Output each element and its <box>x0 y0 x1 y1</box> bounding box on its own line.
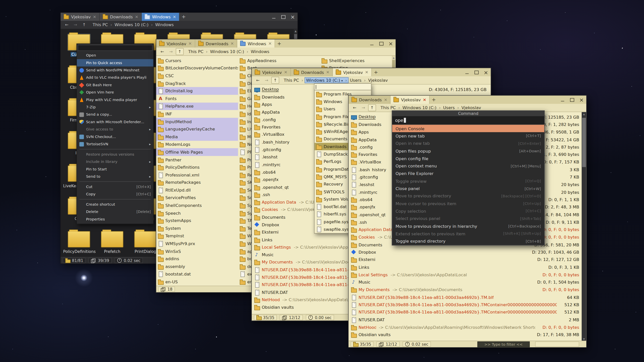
tab-close-icon[interactable] <box>423 98 426 102</box>
file-row[interactable]: Eksterni D: 12, F: 127, 12 GB <box>349 256 582 263</box>
tab-close-icon[interactable] <box>326 70 330 74</box>
minimize-button[interactable] <box>462 68 472 76</box>
context-menu-item[interactable]: Play with VLC media player <box>77 96 153 103</box>
file-row[interactable]: RemotePackages <box>156 179 238 186</box>
new-tab-button[interactable] <box>430 96 438 104</box>
tab-close-icon[interactable] <box>230 41 234 46</box>
command-item[interactable]: Move to previous directory in hierarchy … <box>392 222 544 230</box>
command-item[interactable]: Open in new tab [Ctrl+Enter] <box>392 140 544 147</box>
context-menu-item[interactable]: Add to VLC media player's Playlist <box>77 74 153 81</box>
new-tab-button[interactable] <box>275 39 284 48</box>
minimize-button[interactable] <box>367 39 376 48</box>
file-row[interactable]: NTUSER.DAT 2 MB <box>349 316 582 324</box>
file-row[interactable]: CSC <box>156 72 238 79</box>
type-to-filter-hint[interactable]: >> Type to filter << <box>477 341 530 347</box>
file-row[interactable]: Fonts <box>156 95 238 102</box>
breadcrumb-item[interactable]: Windows 10 (C:) <box>401 105 442 110</box>
breadcrumb-item[interactable]: Users <box>442 105 460 110</box>
context-menu-item[interactable]: Delete [Delete] <box>77 208 153 215</box>
command-item[interactable]: Extend selection to previous item [Shift… <box>392 230 544 238</box>
context-menu-item[interactable]: Properties <box>77 215 153 223</box>
tab-close-icon[interactable] <box>135 15 138 19</box>
file-row[interactable]: en-US <box>156 278 238 286</box>
close-button[interactable] <box>288 13 298 21</box>
tab-close-icon[interactable] <box>384 98 387 102</box>
command-item[interactable]: Move to previous directory [Backspace] [… <box>392 192 544 200</box>
file-row[interactable]: ShellComponents <box>156 202 238 209</box>
tab-close-icon[interactable] <box>93 15 96 19</box>
filter-input-box[interactable] <box>535 341 579 347</box>
breadcrumb-item[interactable]: Windows 10 (C:) <box>209 49 250 54</box>
maximize-button[interactable] <box>376 39 386 48</box>
scrollbar-thumb[interactable] <box>582 118 586 167</box>
grid-file-item[interactable]: Prefetch <box>96 228 129 257</box>
file-row[interactable]: System <box>156 224 238 232</box>
forward-button[interactable] <box>359 104 367 111</box>
menu-inline-input[interactable] <box>78 45 152 51</box>
dropdown-filter-input[interactable] <box>314 84 371 90</box>
file-row[interactable]: WinSxS <box>156 247 238 255</box>
close-button[interactable] <box>577 96 586 104</box>
file-row[interactable]: WMSysPr9.prx <box>156 240 238 247</box>
file-row[interactable]: My Documents C:\Users\Vjekoslav\Document… <box>349 286 582 294</box>
back-button[interactable] <box>254 77 262 84</box>
file-row[interactable]: BitLockerDiscoveryVolumeContents <box>156 64 238 72</box>
up-button[interactable] <box>368 104 376 111</box>
breadcrumb-item[interactable]: Vjekoslav <box>367 78 391 83</box>
file-row[interactable]: DiagTrack <box>156 79 238 87</box>
tab[interactable]: Downloads <box>291 68 333 76</box>
tab[interactable]: Vjekoslav <box>156 39 195 48</box>
command-item[interactable]: Select previous panel [Shift+Tab] <box>392 215 544 222</box>
file-row[interactable]: NTUSER.DAT{53b39e88-18c4-11ea-a811-000d3… <box>349 294 582 301</box>
forward-button[interactable] <box>167 48 175 55</box>
file-row[interactable]: TempInst <box>156 232 238 240</box>
breadcrumb-item[interactable]: Windows <box>154 22 178 27</box>
file-row[interactable]: NTUSER.DAT{53b39e88-18c4-11ea-a811-000d3… <box>349 301 582 308</box>
context-menu-item[interactable]: TortoiseSVN <box>77 140 153 148</box>
grid-file-item[interactable]: PolicyDefinitions <box>62 228 96 257</box>
tab[interactable]: Vjekoslav <box>333 68 372 76</box>
file-row[interactable]: SystemApps <box>156 217 238 224</box>
maximize-button[interactable] <box>472 68 481 76</box>
file-row[interactable]: Music D: 0, F: 1, 504 bytes <box>349 279 582 286</box>
file-row[interactable]: NTUSER.DAT{53b39e88-18c4-11ea-a811-000d3… <box>349 308 582 316</box>
back-button[interactable] <box>158 48 166 55</box>
file-row[interactable]: PolicyDefinitions <box>156 163 238 171</box>
file-row[interactable]: RtlExUpd.dll <box>156 186 238 194</box>
file-row[interactable]: assembly <box>156 263 238 270</box>
file-row[interactable]: Links D: 0, F: 3, 1 KB <box>349 263 582 271</box>
context-menu-item[interactable]: Open <box>77 52 153 59</box>
command-item[interactable]: Move cursor to previous item [Ctrl+Up] <box>392 200 544 207</box>
maximize-button[interactable] <box>567 96 577 104</box>
breadcrumb-item[interactable]: Vjekoslav <box>460 105 485 110</box>
context-menu-item[interactable]: Give access to <box>77 126 153 133</box>
file-row[interactable]: Speech <box>156 209 238 217</box>
command-item[interactable]: Copy selection [Ctrl+C] <box>392 207 544 215</box>
file-row[interactable]: bootstat.dat <box>156 270 238 278</box>
maximize-button[interactable] <box>278 13 288 21</box>
up-button[interactable] <box>80 21 88 28</box>
file-row[interactable]: Media <box>156 133 238 141</box>
tab[interactable]: Vjekoslav <box>252 68 291 76</box>
context-menu-item[interactable]: Copy [Ctrl+C] <box>77 191 153 198</box>
up-button[interactable] <box>271 77 279 84</box>
tab-close-icon[interactable] <box>365 70 369 74</box>
file-row[interactable]: Professional.xml <box>156 171 238 179</box>
back-button[interactable] <box>63 21 70 28</box>
file-row[interactable]: DtcInstall.log <box>156 87 238 95</box>
file-row[interactable]: INF <box>156 110 238 118</box>
file-row[interactable]: InputMethod <box>156 118 238 125</box>
file-row[interactable]: Offline Web Pages <box>156 148 238 156</box>
forward-button[interactable] <box>71 21 79 28</box>
new-tab-button[interactable] <box>372 68 380 76</box>
file-row[interactable]: LanguageOverlayCache <box>156 125 238 133</box>
command-item[interactable]: Open File Explorer <box>392 170 544 177</box>
new-tab-button[interactable] <box>180 13 188 21</box>
context-menu-item[interactable]: Send with NordVPN Meshnet <box>77 66 153 74</box>
context-menu-item[interactable]: Cut [Ctrl+X] <box>77 183 153 190</box>
context-menu-item[interactable]: 7-Zip <box>77 103 153 111</box>
file-row[interactable]: ShellExperiences <box>320 57 396 64</box>
tab[interactable]: Windows <box>237 39 275 48</box>
breadcrumb-item[interactable]: This PC <box>379 105 401 110</box>
command-item[interactable]: Open files popup [Alt+Down] <box>392 147 544 155</box>
